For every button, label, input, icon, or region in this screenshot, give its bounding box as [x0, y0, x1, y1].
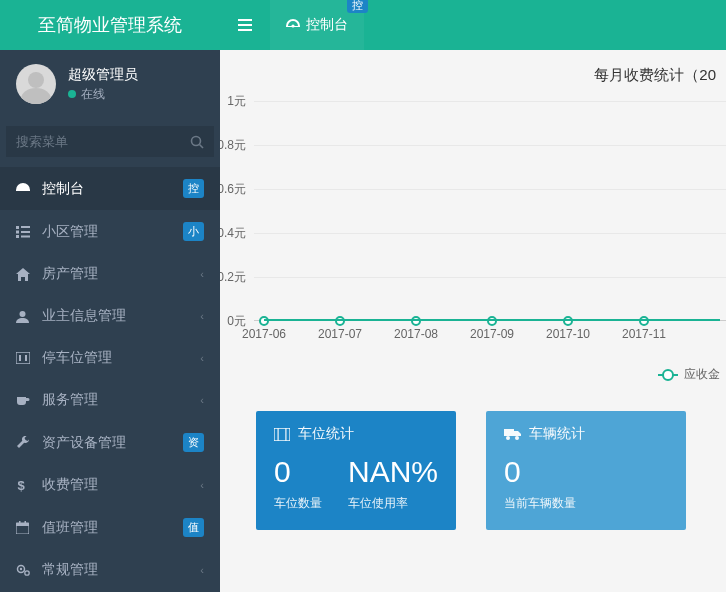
x-axis-tick: 2017-11	[622, 327, 666, 341]
search-icon[interactable]	[190, 135, 204, 149]
nav-item[interactable]: 常规管理‹	[0, 549, 220, 591]
stat-label: 当前车辆数量	[504, 495, 668, 512]
stat-label: 车位使用率	[348, 495, 438, 512]
main-content: 每月收费统计（20 0元0.2元0.4元0.6元0.8元1元2017-06201…	[220, 50, 726, 592]
chart-legend: 应收金	[658, 366, 720, 383]
film-icon	[274, 428, 290, 441]
user-panel: 超级管理员 在线	[0, 50, 220, 118]
stat-card: 车辆统计0当前车辆数量	[486, 411, 686, 530]
nav-item-label: 房产管理	[42, 265, 190, 283]
svg-rect-25	[278, 428, 279, 441]
svg-rect-10	[21, 231, 30, 233]
chevron-left-icon: ‹	[200, 352, 204, 364]
nav-item-label: 停车位管理	[42, 349, 190, 367]
user-status-text: 在线	[81, 86, 105, 103]
svg-line-5	[200, 144, 204, 148]
chevron-left-icon: ‹	[200, 479, 204, 491]
svg-point-3	[291, 24, 294, 27]
stat-value: NAN%	[348, 455, 438, 489]
cogs-icon	[16, 564, 32, 577]
nav-item[interactable]: 资产设备管理资	[0, 421, 220, 464]
stat-card: 车位统计0车位数量NAN%车位使用率	[256, 411, 456, 530]
nav-item-label: 收费管理	[42, 476, 190, 494]
topbar: 至简物业管理系统 控制台 控	[0, 0, 726, 50]
stat-value: 0	[504, 455, 668, 489]
brand-title: 至简物业管理系统	[0, 0, 220, 50]
svg-point-23	[25, 570, 29, 574]
grid-line	[254, 101, 726, 102]
svg-rect-18	[16, 523, 29, 526]
svg-point-28	[506, 436, 510, 440]
active-tab-label: 控制台	[306, 16, 348, 34]
nav-item[interactable]: $收费管理‹	[0, 464, 220, 506]
stat-cards: 车位统计0车位数量NAN%车位使用率车辆统计0当前车辆数量	[220, 391, 726, 530]
card-stats-row: 0当前车辆数量	[504, 455, 668, 512]
nav-item-badge: 值	[183, 518, 204, 537]
hamburger-button[interactable]	[220, 0, 270, 50]
truck-icon	[504, 428, 521, 440]
svg-rect-15	[25, 355, 27, 361]
grid-line	[254, 145, 726, 146]
legend-label: 应收金	[684, 366, 720, 383]
chevron-left-icon: ‹	[200, 268, 204, 280]
stat-value: 0	[274, 455, 348, 489]
home-icon	[16, 268, 32, 281]
svg-rect-9	[21, 226, 30, 228]
dollar-icon: $	[16, 478, 32, 492]
svg-rect-0	[238, 19, 252, 21]
svg-rect-8	[16, 235, 19, 238]
avatar	[16, 64, 56, 104]
svg-point-29	[515, 436, 519, 440]
svg-rect-2	[238, 29, 252, 31]
monthly-fee-chart: 0元0.2元0.4元0.6元0.8元1元2017-062017-072017-0…	[254, 101, 714, 321]
search-box	[6, 126, 214, 157]
card-title: 车位统计	[298, 425, 354, 443]
card-title: 车辆统计	[529, 425, 585, 443]
svg-text:$: $	[17, 478, 25, 492]
chart-point	[259, 316, 269, 326]
nav-item-label: 服务管理	[42, 391, 190, 409]
chart-title: 每月收费统计（20	[220, 50, 726, 91]
chart-point	[487, 316, 497, 326]
x-axis-tick: 2017-08	[394, 327, 438, 341]
wrench-icon	[16, 436, 32, 450]
svg-rect-7	[16, 230, 19, 233]
grid-line	[254, 233, 726, 234]
calendar-icon	[16, 521, 32, 534]
nav-item-label: 常规管理	[42, 561, 190, 579]
chart-point	[411, 316, 421, 326]
nav-item[interactable]: 控制台控	[0, 167, 220, 210]
chevron-left-icon: ‹	[200, 394, 204, 406]
nav-item[interactable]: 业主信息管理‹	[0, 295, 220, 337]
nav-item-label: 控制台	[42, 180, 173, 198]
nav-item[interactable]: 服务管理‹	[0, 379, 220, 421]
chart-line	[264, 319, 720, 321]
nav-item-label: 值班管理	[42, 519, 173, 537]
nav-item[interactable]: 房产管理‹	[0, 253, 220, 295]
user-icon	[16, 310, 32, 323]
dashboard-icon	[16, 183, 32, 195]
active-tab[interactable]: 控制台 控	[270, 0, 364, 50]
x-axis-tick: 2017-09	[470, 327, 514, 341]
svg-rect-20	[25, 521, 27, 524]
nav-item[interactable]: 值班管理值	[0, 506, 220, 549]
y-axis-tick: 0.4元	[220, 225, 246, 242]
legend-symbol-icon	[658, 374, 678, 376]
nav-item[interactable]: 停车位管理‹	[0, 337, 220, 379]
search-input[interactable]	[6, 126, 214, 157]
svg-rect-26	[285, 428, 286, 441]
svg-rect-27	[504, 429, 514, 436]
status-dot-icon	[68, 90, 76, 98]
x-axis-tick: 2017-07	[318, 327, 362, 341]
nav-item-badge: 资	[183, 433, 204, 452]
nav-item[interactable]: 小区管理小	[0, 210, 220, 253]
grid-line	[254, 277, 726, 278]
svg-rect-19	[19, 521, 21, 524]
x-axis-tick: 2017-10	[546, 327, 590, 341]
bars-icon	[238, 19, 252, 31]
card-header: 车辆统计	[504, 425, 668, 443]
list-icon	[16, 226, 32, 238]
user-name: 超级管理员	[68, 66, 138, 84]
parking-icon	[16, 352, 32, 364]
y-axis-tick: 0.8元	[220, 137, 246, 154]
